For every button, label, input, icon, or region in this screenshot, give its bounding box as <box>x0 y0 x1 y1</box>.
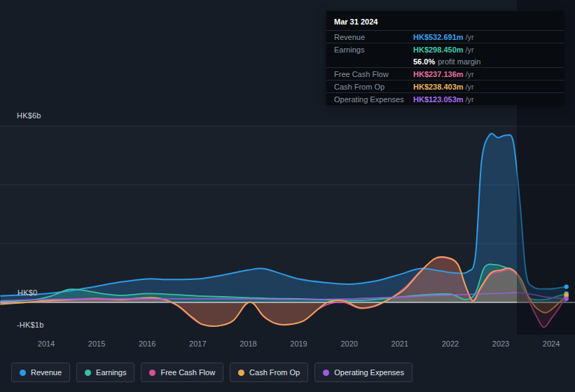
legend-label: Operating Expenses <box>334 368 404 377</box>
tooltip-label: Operating Expenses <box>334 95 413 104</box>
x-tick-2020: 2020 <box>340 340 357 348</box>
tooltip-row-earnings: EarningsHK$298.450m/yr56.0%profit margin <box>326 43 564 67</box>
tooltip-date: Mar 31 2024 <box>326 11 564 30</box>
tooltip-card: Mar 31 2024 RevenueHK$532.691m/yrEarning… <box>326 11 564 105</box>
profit-margin-text: profit margin <box>438 57 480 66</box>
tooltip-value-suffix: /yr <box>466 95 474 104</box>
earnings-legend-dot-icon <box>85 370 91 376</box>
tooltip-row-cash-from-op: Cash From OpHK$238.403m/yr <box>326 80 564 92</box>
tooltip-row-free-cash-flow: Free Cash FlowHK$237.136m/yr <box>326 67 564 80</box>
operating-expenses-endpoint-dot <box>564 297 569 301</box>
legend-label: Earnings <box>96 368 126 377</box>
x-tick-2014: 2014 <box>38 340 55 348</box>
tooltip-value-suffix: /yr <box>466 46 474 54</box>
legend-item-cash-from-op[interactable]: Cash From Op <box>230 363 308 382</box>
legend-item-revenue[interactable]: Revenue <box>11 363 70 382</box>
tooltip-value: HK$238.403m <box>413 83 464 91</box>
legend-label: Revenue <box>31 368 62 377</box>
x-tick-2024: 2024 <box>543 340 560 348</box>
y-axis-label-zero: HK$0 <box>18 288 37 297</box>
tooltip-label: Revenue <box>334 33 413 41</box>
x-tick-2021: 2021 <box>392 340 408 348</box>
tooltip-label: Free Cash Flow <box>334 70 413 78</box>
operating-expenses-legend-dot-icon <box>323 370 329 376</box>
x-tick-2023: 2023 <box>492 340 509 348</box>
tooltip-value-suffix: /yr <box>466 83 474 91</box>
x-tick-2019: 2019 <box>290 340 307 348</box>
tooltip-row-revenue: RevenueHK$532.691m/yr <box>326 30 564 43</box>
x-tick-2015: 2015 <box>88 340 105 348</box>
profit-margin-value: 56.0% <box>413 57 435 66</box>
tooltip-value: HK$123.053m <box>413 95 464 104</box>
tooltip-row-operating-expenses: Operating ExpensesHK$123.053m/yr <box>326 92 564 105</box>
revenue-endpoint-dot <box>564 284 569 288</box>
financial-history-panel: HK$6b HK$0 -HK$1b 2014201520162017201820… <box>0 0 575 392</box>
tooltip-value-suffix: /yr <box>466 33 474 41</box>
legend: RevenueEarningsFree Cash FlowCash From O… <box>11 363 413 382</box>
x-tick-2022: 2022 <box>442 340 459 348</box>
legend-item-free-cash-flow[interactable]: Free Cash Flow <box>141 363 223 382</box>
y-axis-label-top: HK$6b <box>17 111 41 120</box>
tooltip-label: Earnings <box>334 46 413 54</box>
cash-from-op-legend-dot-icon <box>238 370 244 376</box>
tooltip-value: HK$237.136m <box>413 70 464 78</box>
tooltip-rows: RevenueHK$532.691m/yrEarningsHK$298.450m… <box>326 30 564 105</box>
x-tick-2018: 2018 <box>240 340 256 348</box>
y-axis-label-bottom: -HK$1b <box>17 321 44 329</box>
tooltip-value: HK$298.450m <box>413 46 464 54</box>
legend-label: Cash From Op <box>249 368 300 377</box>
revenue-legend-dot-icon <box>20 370 26 376</box>
tooltip-label: Cash From Op <box>334 83 413 91</box>
x-tick-2017: 2017 <box>189 340 206 348</box>
legend-label: Free Cash Flow <box>160 368 215 377</box>
tooltip-value: HK$532.691m <box>413 33 464 41</box>
tooltip-value-suffix: /yr <box>466 70 474 78</box>
free-cash-flow-legend-dot-icon <box>149 370 155 376</box>
legend-item-operating-expenses[interactable]: Operating Expenses <box>314 363 413 382</box>
x-tick-2016: 2016 <box>139 340 155 348</box>
legend-item-earnings[interactable]: Earnings <box>76 363 134 382</box>
